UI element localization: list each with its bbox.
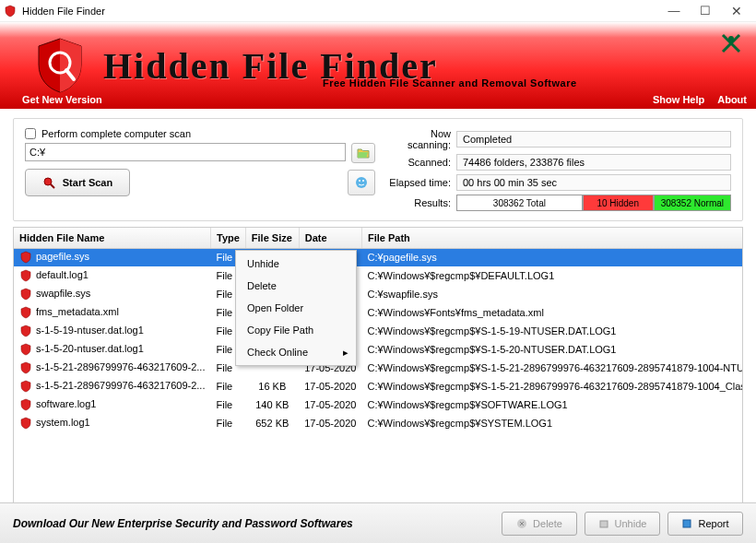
tagline: Free Hidden File Scanner and Removal Sof… — [323, 77, 577, 89]
table-row[interactable]: fms_metadata.xmlFile19-03-2019C:¥Windows… — [14, 303, 743, 322]
unhide-button[interactable]: Unhide — [585, 512, 660, 536]
start-scan-button[interactable]: Start Scan — [25, 169, 130, 196]
cell-path: C:¥pagefile.sys — [361, 248, 743, 266]
results-table: Hidden File Name Type File Size Date Fil… — [14, 228, 743, 432]
settings-button[interactable] — [348, 170, 375, 195]
cell-type: File — [210, 377, 245, 395]
results-normal: 308352 Normal — [654, 195, 731, 211]
results-table-wrap: Hidden File Name Type File Size Date Fil… — [13, 227, 743, 522]
close-button[interactable]: ✕ — [721, 4, 752, 18]
file-shield-icon — [19, 343, 32, 356]
elapsed-label: Elapsed time: — [386, 177, 456, 188]
cell-name: swapfile.sys — [36, 288, 90, 299]
table-row[interactable]: pagefile.sysFileUnknownC:¥pagefile.sys — [14, 248, 743, 266]
magnifier-icon — [42, 176, 55, 189]
shield-logo-icon — [33, 37, 87, 94]
titlebar: Hidden File Finder — ☐ ✕ — [0, 0, 756, 22]
ctx-check-online[interactable]: Check Online▸ — [236, 341, 356, 363]
svg-point-3 — [356, 177, 367, 188]
file-shield-icon — [19, 398, 32, 411]
col-name[interactable]: Hidden File Name — [14, 228, 210, 248]
cell-name: fms_metadata.xml — [36, 306, 119, 317]
cell-path: C:¥Windows¥$regcmp$¥S-1-5-21-2896799976-… — [361, 377, 743, 395]
svg-point-5 — [362, 180, 364, 182]
cell-path: C:¥Windows¥$regcmp$¥SYSTEM.LOG1 — [361, 414, 743, 432]
table-row[interactable]: swapfile.sysFileC:¥swapfile.sys — [14, 285, 743, 303]
window-title: Hidden File Finder — [22, 6, 658, 17]
footer-message[interactable]: Download Our New Enterprise Security and… — [13, 517, 494, 530]
cell-date: 17-05-2020 — [299, 377, 361, 395]
delete-button[interactable]: Delete — [502, 512, 577, 536]
app-icon — [4, 5, 17, 18]
table-header-row: Hidden File Name Type File Size Date Fil… — [14, 228, 743, 248]
results-total: 308362 Total — [456, 195, 583, 211]
cell-path: C:¥Windows¥$regcmp$¥S-1-5-19-NTUSER.DAT.… — [361, 322, 743, 340]
controls-panel: Perform complete computer scan Start Sca… — [13, 118, 743, 221]
header: Hidden File Finder Free Hidden File Scan… — [0, 22, 756, 109]
table-row[interactable]: s-1-5-20-ntuser.dat.log1File17-05-2020C:… — [14, 340, 743, 359]
cell-size: 16 KB — [245, 377, 299, 395]
browse-folder-button[interactable] — [351, 143, 375, 163]
ctx-copy-file-path[interactable]: Copy File Path — [236, 319, 356, 341]
cell-name: software.log1 — [36, 398, 96, 409]
cell-name: system.log1 — [36, 417, 90, 428]
file-shield-icon — [19, 361, 32, 374]
ctx-unhide[interactable]: Unhide — [236, 253, 356, 275]
cell-name: s-1-5-21-2896799976-463217609-2... — [36, 361, 205, 372]
results-hidden: 10 Hidden — [583, 195, 654, 211]
cell-path: C:¥swapfile.sys — [361, 285, 743, 303]
cell-path: C:¥Windows¥$regcmp$¥SOFTWARE.LOG1 — [361, 395, 743, 414]
path-input[interactable] — [25, 143, 346, 161]
file-shield-icon — [19, 325, 32, 337]
table-row[interactable]: default.log1File17-05-2020C:¥Windows¥$re… — [14, 266, 743, 285]
cell-size: 140 KB — [245, 395, 299, 414]
cell-type: File — [210, 414, 245, 432]
cell-size: 652 KB — [245, 414, 299, 432]
svg-point-1 — [728, 36, 734, 41]
cell-name: default.log1 — [36, 269, 89, 280]
cell-path: C:¥Windows¥$regcmp$¥S-1-5-20-NTUSER.DAT.… — [361, 340, 743, 359]
cell-name: s-1-5-21-2896799976-463217609-2... — [36, 380, 205, 391]
table-row[interactable]: s-1-5-21-2896799976-463217609-2...File16… — [14, 377, 743, 395]
svg-rect-7 — [600, 521, 608, 527]
table-row[interactable]: software.log1File140 KB17-05-2020C:¥Wind… — [14, 395, 743, 414]
table-row[interactable]: system.log1File652 KB17-05-2020C:¥Window… — [14, 414, 743, 432]
elapsed-value: 00 hrs 00 min 35 sec — [456, 174, 731, 191]
report-icon — [681, 518, 692, 529]
svg-point-2 — [44, 178, 52, 185]
scanned-label: Scanned: — [386, 157, 456, 168]
complete-scan-label: Perform complete computer scan — [41, 128, 191, 139]
minimize-button[interactable]: — — [658, 4, 690, 18]
cell-path: C:¥Windows¥$regcmp$¥S-1-5-21-2896799976-… — [361, 359, 743, 377]
col-date[interactable]: Date — [299, 228, 361, 248]
complete-scan-checkbox[interactable] — [25, 128, 36, 139]
table-row[interactable]: s-1-5-21-2896799976-463217609-2...File17… — [14, 359, 743, 377]
scanned-value: 74486 folders, 233876 files — [456, 154, 731, 171]
file-shield-icon — [19, 251, 32, 264]
table-row[interactable]: s-1-5-19-ntuser.dat.log1File17-05-2020C:… — [14, 322, 743, 340]
crossed-swords-icon — [719, 31, 743, 55]
ctx-delete[interactable]: Delete — [236, 275, 356, 297]
file-shield-icon — [19, 288, 32, 301]
about-link[interactable]: About — [717, 94, 747, 105]
get-new-version-link[interactable]: Get New Version — [22, 94, 640, 105]
maximize-button[interactable]: ☐ — [690, 4, 721, 18]
cell-path: C:¥Windows¥Fonts¥fms_metadata.xml — [361, 303, 743, 322]
file-shield-icon — [19, 269, 32, 282]
col-path[interactable]: File Path — [361, 228, 743, 248]
cell-name: s-1-5-20-ntuser.dat.log1 — [36, 343, 144, 354]
now-scanning-label: Now scanning: — [386, 128, 456, 150]
cell-path: C:¥Windows¥$regcmp$¥DEFAULT.LOG1 — [361, 266, 743, 285]
report-button[interactable]: Report — [667, 512, 743, 536]
unhide-icon — [598, 518, 609, 529]
submenu-arrow-icon: ▸ — [343, 347, 348, 359]
col-size[interactable]: File Size — [245, 228, 299, 248]
file-shield-icon — [19, 417, 32, 430]
context-menu: Unhide Delete Open Folder Copy File Path… — [235, 250, 357, 366]
ctx-open-folder[interactable]: Open Folder — [236, 297, 356, 319]
complete-scan-checkbox-row[interactable]: Perform complete computer scan — [25, 128, 375, 139]
svg-rect-8 — [683, 520, 691, 527]
show-help-link[interactable]: Show Help — [653, 94, 704, 105]
col-type[interactable]: Type — [210, 228, 245, 248]
footer: Download Our New Enterprise Security and… — [0, 502, 756, 543]
